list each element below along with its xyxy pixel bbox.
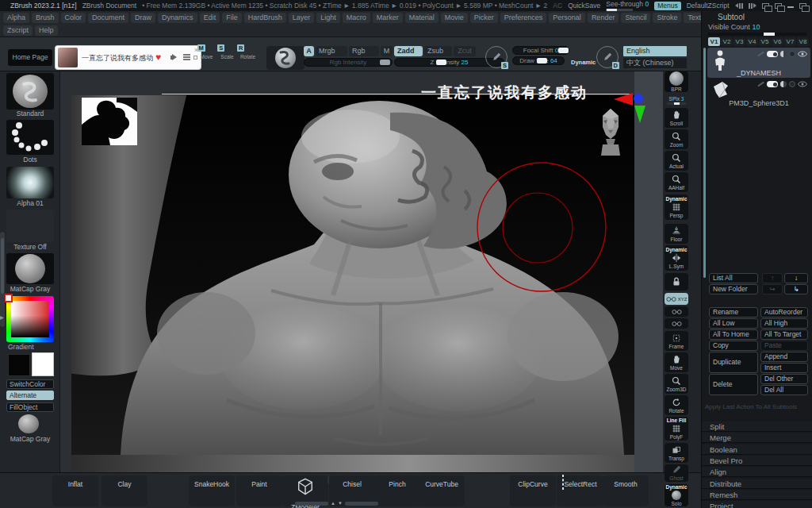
color-selector-swatch[interactable] (4, 294, 13, 302)
rotate-y-button[interactable] (665, 306, 688, 317)
focal-shift-handle[interactable] (558, 48, 569, 53)
brush-toggle2-icon[interactable] (757, 82, 764, 87)
visible-count-slider[interactable] (708, 33, 806, 36)
section-project[interactable]: Project (702, 501, 812, 508)
like-heart-icon[interactable]: ♥ (155, 52, 161, 63)
eye2-icon[interactable] (798, 81, 807, 87)
menu-macro[interactable]: Macro (343, 13, 370, 23)
scroll-button[interactable]: Scroll (665, 108, 688, 128)
current-material-thumbnail[interactable] (6, 253, 54, 284)
bpr-button[interactable]: BPR (665, 71, 688, 92)
current-alpha-thumbnail[interactable] (6, 167, 54, 198)
menu-color[interactable]: Color (61, 13, 86, 23)
section-align[interactable]: Align (702, 467, 812, 477)
brush-curvetube[interactable]: CurveTube (419, 475, 465, 506)
menu-preferences[interactable]: Preferences (500, 13, 547, 23)
visible-count-handle[interactable] (764, 33, 775, 36)
spix-track[interactable] (667, 102, 686, 105)
color-sv-square[interactable] (11, 301, 49, 337)
rotate-view-button[interactable]: Rotate (665, 395, 688, 415)
gizmo-origin-dot[interactable] (634, 94, 643, 103)
paste-button[interactable]: Paste (760, 341, 808, 351)
language-option-chinese[interactable]: 中文 (Chinese) (623, 58, 687, 68)
tab-v5[interactable]: V5 (759, 37, 771, 46)
draw-size-handle[interactable] (537, 58, 547, 64)
all-to-target-button[interactable]: All To Target (760, 329, 808, 340)
brush-pinch[interactable]: Pinch (374, 475, 420, 506)
half-visibility2-icon[interactable] (780, 81, 787, 87)
rgb-button[interactable]: Rgb (349, 46, 379, 56)
rotate-button[interactable]: R Rotate (238, 48, 258, 69)
subtool-list-scrollbar[interactable] (703, 48, 706, 278)
ghost-button[interactable]: Ghost (665, 464, 688, 482)
current-brush-thumbnail[interactable] (6, 73, 54, 110)
smooth-brush-icon[interactable]: S (485, 46, 508, 68)
menu-help[interactable]: Help (35, 25, 58, 36)
new-folder-button[interactable]: New Folder (709, 284, 758, 294)
current-texture-thumbnail[interactable] (6, 210, 54, 242)
section-distribute[interactable]: Distribute (702, 479, 812, 489)
tab-v2[interactable]: V2 (721, 37, 733, 46)
focal-shift-slider[interactable]: Focal Shift 0 (512, 46, 569, 55)
tab-v6[interactable]: V6 (772, 37, 783, 46)
rename-button[interactable]: Rename (709, 307, 758, 318)
floor-button[interactable]: Floor (665, 224, 688, 244)
language-selected[interactable]: English (623, 46, 687, 56)
document-area[interactable] (71, 95, 634, 455)
brush-snakehook[interactable]: SnakeHook (189, 475, 235, 506)
spix-slider[interactable]: SPix 3 (665, 94, 688, 106)
zadd-button[interactable]: Zadd (394, 46, 423, 56)
alternate-button[interactable]: Alternate (6, 391, 54, 400)
menu-zscript[interactable]: Zscript (3, 25, 33, 36)
eye-icon[interactable] (798, 51, 807, 57)
draw-size-slider[interactable]: Draw Size 64 (512, 56, 565, 65)
menu-stroke[interactable]: Stroke (653, 13, 681, 23)
brush-clipcurve[interactable]: ClipCurve (510, 475, 556, 506)
a-mode-button[interactable]: A (304, 46, 314, 56)
lsym-button[interactable]: Dynamic L.Sym (665, 245, 688, 271)
menu-layer[interactable]: Layer (289, 13, 315, 23)
actual-button[interactable]: Actual (665, 151, 688, 171)
brush-inflat[interactable]: Inflat (52, 475, 98, 506)
apply-last-action-button[interactable]: Apply Last Action To All Subtools (705, 403, 811, 410)
tray-scroll-track-left[interactable] (295, 502, 328, 506)
subtool-item-sphere[interactable]: PM3D_Sphere3D1 (707, 78, 810, 108)
contrast-icon[interactable] (789, 51, 795, 57)
visibility-pill2-icon[interactable] (767, 81, 778, 87)
menu-hardbrush[interactable]: HardBrush (244, 13, 286, 23)
shelf-divider-handle[interactable]: ▶ (0, 232, 5, 327)
move-into-folder-button[interactable]: ↳ (784, 284, 808, 294)
m-button[interactable]: M (381, 46, 393, 56)
tab-v4[interactable]: V4 (746, 37, 758, 46)
all-high-button[interactable]: All High (760, 318, 808, 329)
menu-document[interactable]: Document (88, 13, 128, 23)
move-down-button[interactable]: ↓ (784, 273, 808, 283)
window-stack-icon[interactable] (762, 3, 769, 9)
all-low-button[interactable]: All Low (709, 318, 758, 329)
rotate-xyz-button[interactable]: XYZ (665, 293, 688, 305)
see-through-track[interactable] (606, 9, 633, 11)
del-all-button[interactable]: Del All (760, 385, 808, 395)
brush-smooth[interactable]: Smooth (603, 475, 649, 506)
list-all-button[interactable]: List All (709, 273, 758, 283)
rgb-intensity-slider[interactable]: Rgb Intensity (304, 58, 393, 67)
menu-file[interactable]: File (222, 13, 242, 23)
copy-button[interactable]: Copy (709, 341, 758, 351)
menu-edit[interactable]: Edit (200, 13, 220, 23)
del-other-button[interactable]: Del Other (760, 374, 808, 384)
duplicate-button[interactable]: Duplicate (709, 352, 758, 373)
mrgb-button[interactable]: Mrgb (316, 46, 347, 56)
tab-v3[interactable]: V3 (733, 37, 745, 46)
move-button[interactable]: M Move (197, 48, 216, 69)
menu-movie[interactable]: Movie (441, 13, 468, 23)
secondary-color-swatch[interactable] (32, 352, 54, 376)
left-tray-toggle-icon[interactable] (735, 3, 743, 9)
local-transform-button[interactable] (665, 273, 688, 291)
aahalf-button[interactable]: AAHalf (665, 172, 688, 192)
visibility-pill-icon[interactable] (767, 51, 778, 57)
main-color-swatch[interactable] (8, 354, 30, 376)
zoom3d-button[interactable]: Zoom3D (665, 374, 688, 394)
menu-light[interactable]: Light (316, 13, 340, 23)
menu-brush[interactable]: Brush (32, 13, 59, 23)
tray-scrollbar[interactable]: ▲ ▼ (295, 501, 378, 506)
